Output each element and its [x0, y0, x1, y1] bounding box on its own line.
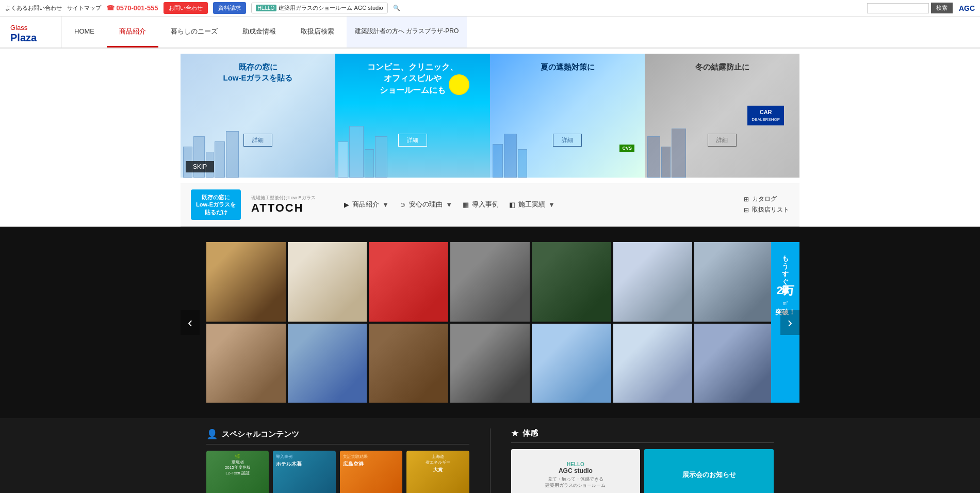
attoch-logo: ATTOCH: [251, 201, 304, 215]
gallery-next-button[interactable]: ›: [780, 310, 799, 335]
agc-studio-label: 建築用ガラスのショールーム AGC studio: [279, 4, 383, 12]
slide-2-buildings: [335, 126, 490, 178]
contact-button[interactable]: お問い合わせ: [164, 2, 208, 14]
agc-hello-badge: HELLO: [567, 462, 584, 467]
gallery-prev-button[interactable]: ‹: [181, 310, 200, 335]
gallery-grid: [181, 242, 799, 403]
slide-3-buildings: [490, 126, 645, 178]
badge-arrow: [771, 377, 799, 403]
site-logo[interactable]: GlassPlaza: [10, 21, 37, 43]
main-nav: GlassPlaza HOME 商品紹介 暮らしのニーズ 助成金情報 取扱店検索…: [0, 17, 980, 49]
nav-subsidy[interactable]: 助成金情報: [230, 17, 288, 47]
gallery-thumb-14[interactable]: [694, 324, 774, 403]
star-icon: ★: [511, 428, 518, 438]
slide-1-text: 既存の窓にLow-Eガラスを貼る: [186, 61, 330, 83]
special-contents-section: 👤 スペシャルコンテンツ 🌿 環境省2015年度冬版L2-Tech 認証 導入事…: [206, 428, 469, 493]
nav-lifestyle[interactable]: 暮らしのニーズ: [158, 17, 230, 47]
gallery-thumb-4[interactable]: [450, 242, 530, 322]
smile-icon: ☺: [399, 201, 406, 209]
attoch-catalog-link[interactable]: ⊞ カタログ: [744, 195, 789, 203]
attoch-nav-cases[interactable]: ▦ 導入事例: [463, 200, 499, 209]
person-icon: 👤: [206, 428, 218, 440]
catalog-label: カタログ: [752, 195, 777, 203]
dealers-label: 取扱店リスト: [752, 205, 789, 214]
phone-number: ☎ 0570-001-555: [106, 4, 158, 12]
gallery-thumb-2[interactable]: [288, 242, 367, 322]
gallery-thumb-6[interactable]: [613, 242, 693, 322]
taikan-section: ★ 体感 HELLO AGC studio 見て・触って・体感できる建築用ガラス…: [511, 428, 774, 493]
card-hotel[interactable]: 導入事例 ホテル木暮: [273, 451, 335, 493]
gallery-thumb-9[interactable]: [288, 324, 367, 403]
agc-studio-card[interactable]: HELLO AGC studio 見て・触って・体感できる建築用ガラスのショール…: [511, 449, 641, 493]
chevron-down-icon-1: ▼: [382, 201, 389, 209]
gallery-thumb-13[interactable]: [613, 324, 693, 403]
sun-icon: [449, 74, 469, 95]
card-airport-label: 実証実験結果 広島空港: [340, 451, 402, 471]
slide-4-text: 冬の結露防止に: [650, 61, 794, 72]
nav-architect[interactable]: 建築設計者の方へ ガラスプラザ-PRO: [347, 17, 467, 47]
badge-number: 2万: [776, 283, 794, 298]
card-l2tech[interactable]: 🌿 環境省2015年度冬版L2-Tech 認証: [206, 451, 269, 493]
car-dealership-sign: CARDEALERSHOP: [747, 106, 784, 125]
vertical-divider: [490, 428, 491, 493]
slide-3-text: 夏の遮熱対策に: [495, 61, 640, 72]
gallery-thumb-5[interactable]: [532, 242, 611, 322]
gallery-thumb-3[interactable]: [369, 242, 448, 322]
taikan-title: ★ 体感: [511, 428, 774, 443]
agc-studio-title: AGC studio: [559, 467, 593, 474]
attoch-cases-label: 導入事例: [472, 200, 499, 209]
top-bar: よくあるお問い合わせ サイトマップ ☎ 0570-001-555 お問い合わせ …: [0, 0, 980, 17]
attoch-side: ⊞ カタログ ⊟ 取扱店リスト: [744, 195, 789, 214]
badge-text: もうすぐ施工実績: [780, 250, 791, 281]
top-bar-left: よくあるお問い合わせ サイトマップ ☎ 0570-001-555 お問い合わせ …: [5, 2, 867, 14]
gallery-thumb-10[interactable]: [369, 324, 448, 403]
grid-icon: ▦: [463, 201, 469, 209]
gallery-thumb-1[interactable]: [206, 242, 286, 322]
search-area: 検索 AGC: [867, 3, 975, 13]
gallery-thumb-11[interactable]: [450, 324, 530, 403]
agc-studio-sub: 見て・触って・体感できる建築用ガラスのショールーム: [545, 476, 606, 488]
attoch-label-area: 現場施工型後付けLow-Eガラス ATTOCH: [251, 195, 334, 215]
gallery-section: もうすぐ施工実績 2万 ㎡ 突破！ ‹: [0, 227, 980, 418]
attoch-products-label: 商品紹介: [352, 200, 379, 209]
taikan-cards: HELLO AGC studio 見て・触って・体感できる建築用ガラスのショール…: [511, 449, 774, 493]
attoch-nav: ▶ 商品紹介 ▼ ☺ 安心の理由 ▼ ▦ 導入事例 ◧ 施工実績 ▼: [344, 200, 733, 209]
attoch-badge: 既存の窓にLow-Eガラスを貼るだけ: [191, 189, 241, 220]
search-button[interactable]: 検索: [931, 3, 953, 13]
card-award[interactable]: 上海道 省エネルギー 大賞: [406, 451, 469, 493]
chevron-down-icon-2: ▼: [446, 201, 452, 209]
hero-slide-3: 夏の遮熱対策に 詳細 CVS: [490, 54, 645, 178]
special-contents-title: 👤 スペシャルコンテンツ: [206, 428, 469, 444]
nav-home[interactable]: HOME: [62, 17, 107, 47]
attoch-nav-safety[interactable]: ☺ 安心の理由 ▼: [399, 200, 452, 209]
search-input[interactable]: [867, 3, 929, 13]
bottom-sections: 👤 スペシャルコンテンツ 🌿 環境省2015年度冬版L2-Tech 認証 導入事…: [0, 418, 980, 493]
gallery-inner: もうすぐ施工実績 2万 ㎡ 突破！ ‹: [181, 242, 799, 403]
attoch-nav-construction[interactable]: ◧ 施工実績 ▼: [509, 200, 555, 209]
logo-area: GlassPlaza: [0, 17, 62, 47]
attoch-nav-products[interactable]: ▶ 商品紹介 ▼: [344, 200, 389, 209]
nav-products[interactable]: 商品紹介: [107, 17, 158, 47]
agc-studio-link[interactable]: HELLO 建築用ガラスのショールーム AGC studio: [251, 3, 388, 13]
catalog-icon: ⊞: [744, 196, 749, 203]
tenrankai-label: 展示会のお知らせ: [677, 460, 741, 490]
attoch-construction-label: 施工実績: [518, 200, 545, 209]
hero-banner: 既存の窓にLow-Eガラスを貼る 詳細 SKIP コンビニ、クリニック、オフィス…: [181, 54, 799, 178]
card-l2tech-label: 🌿 環境省2015年度冬版L2-Tech 認証: [206, 451, 269, 479]
card-hotel-label: 導入事例 ホテル木暮: [273, 451, 335, 471]
gallery-thumb-8[interactable]: [206, 324, 286, 403]
sitemap-link[interactable]: サイトマップ: [67, 4, 101, 12]
nav-dealers[interactable]: 取扱店検索: [288, 17, 347, 47]
card-airport[interactable]: 実証実験結果 広島空港: [340, 451, 402, 493]
attoch-section: 既存の窓にLow-Eガラスを貼るだけ 現場施工型後付けLow-Eガラス ATTO…: [181, 183, 799, 227]
gallery-thumb-7[interactable]: [694, 242, 774, 322]
faq-link[interactable]: よくあるお問い合わせ: [5, 4, 62, 12]
chevron-down-icon-3: ▼: [548, 201, 555, 209]
tenrankai-card[interactable]: 展示会のお知らせ: [644, 449, 774, 493]
gallery-thumb-12[interactable]: [532, 324, 611, 403]
skip-button[interactable]: SKIP: [186, 161, 214, 172]
materials-button[interactable]: 資料請求: [213, 2, 246, 14]
construction-icon: ◧: [509, 201, 515, 209]
badge-unit: ㎡: [782, 298, 789, 308]
attoch-dealers-link[interactable]: ⊟ 取扱店リスト: [744, 205, 789, 214]
